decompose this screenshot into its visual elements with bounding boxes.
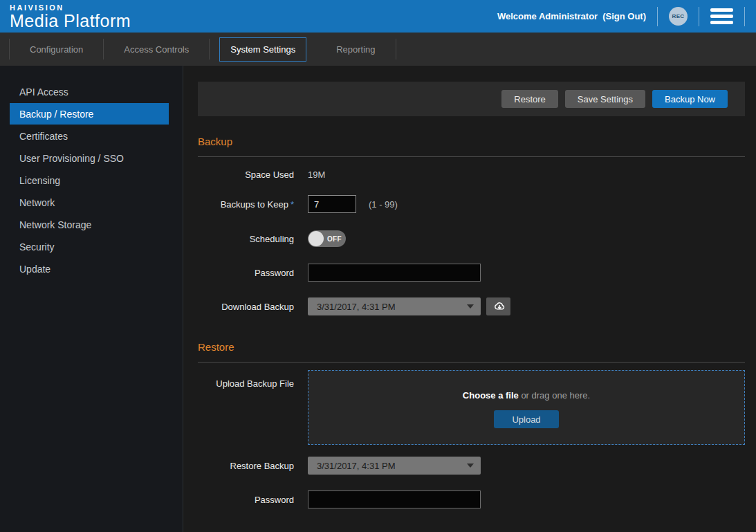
- backups-to-keep-input[interactable]: [308, 195, 356, 213]
- download-backup-label: Download Backup: [198, 302, 308, 312]
- backup-password-row: Password: [198, 264, 745, 282]
- rec-badge[interactable]: REC: [669, 7, 688, 26]
- main-nav: Configuration Access Controls System Set…: [0, 33, 756, 66]
- restore-password-label: Password: [198, 495, 308, 505]
- sidebar-item-licensing[interactable]: Licensing: [10, 169, 169, 191]
- dropzone-text: Choose a file or drag one here.: [463, 390, 590, 401]
- restore-password-row: Password: [198, 490, 745, 508]
- download-backup-button[interactable]: [486, 297, 510, 315]
- backup-password-label: Password: [198, 268, 308, 278]
- scheduling-row: Scheduling OFF: [198, 230, 745, 247]
- restore-password-input[interactable]: [308, 490, 481, 508]
- restore-button[interactable]: Restore: [501, 90, 558, 108]
- space-used-row: Space Used 19M: [198, 169, 745, 180]
- tab-configuration[interactable]: Configuration: [19, 38, 93, 61]
- toggle-knob: [308, 231, 324, 246]
- space-used-value: 19M: [308, 169, 325, 180]
- sidebar-item-update[interactable]: Update: [10, 258, 169, 279]
- backups-to-keep-hint: (1 - 99): [369, 199, 398, 210]
- restore-backup-selected-value: 3/31/2017, 4:31 PM: [317, 461, 467, 471]
- backup-section-title: Backup: [198, 136, 745, 147]
- chevron-down-icon: [467, 304, 474, 309]
- top-header-bar: HAIVISION Media Platform Welcome Adminis…: [0, 0, 756, 33]
- upload-backup-file-label: Upload Backup File: [198, 370, 308, 389]
- restore-backup-row: Restore Backup 3/31/2017, 4:31 PM: [198, 457, 745, 475]
- sidebar-item-security[interactable]: Security: [10, 236, 169, 257]
- download-backup-select[interactable]: 3/31/2017, 4:31 PM: [308, 297, 481, 315]
- sidebar-item-network-storage[interactable]: Network Storage: [10, 214, 169, 235]
- backup-password-input[interactable]: [308, 264, 481, 282]
- save-settings-button[interactable]: Save Settings: [565, 90, 645, 108]
- scheduling-toggle[interactable]: OFF: [308, 230, 346, 247]
- tab-reporting[interactable]: Reporting: [326, 38, 385, 61]
- required-marker: *: [291, 199, 294, 210]
- download-backup-selected-value: 3/31/2017, 4:31 PM: [317, 302, 467, 312]
- tab-system-settings[interactable]: System Settings: [219, 37, 306, 62]
- restore-backup-label: Restore Backup: [198, 461, 308, 471]
- restore-section-title: Restore: [198, 341, 745, 353]
- chevron-down-icon: [467, 464, 474, 468]
- sidebar-item-network[interactable]: Network: [10, 192, 169, 213]
- backups-to-keep-label: Backups to Keep*: [198, 199, 308, 210]
- download-backup-row: Download Backup 3/31/2017, 4:31 PM: [198, 297, 745, 315]
- upload-button[interactable]: Upload: [494, 410, 558, 428]
- sign-out-link[interactable]: (Sign Out): [602, 11, 646, 21]
- restore-backup-select[interactable]: 3/31/2017, 4:31 PM: [308, 457, 481, 475]
- tab-access-controls[interactable]: Access Controls: [113, 38, 199, 61]
- settings-sidebar: API Access Backup / Restore Certificates…: [0, 66, 183, 532]
- backups-to-keep-row: Backups to Keep* (1 - 99): [198, 195, 745, 213]
- choose-a-file-link[interactable]: Choose a file: [463, 390, 519, 401]
- welcome-text: Welcome Administrator: [497, 11, 598, 21]
- section-divider: [198, 362, 745, 363]
- product-name: Media Platform: [10, 12, 131, 30]
- sidebar-item-certificates[interactable]: Certificates: [10, 125, 169, 147]
- space-used-label: Space Used: [198, 169, 308, 180]
- hamburger-menu-icon[interactable]: [710, 7, 733, 26]
- sidebar-item-api-access[interactable]: API Access: [10, 81, 169, 102]
- header-divider: [699, 7, 699, 26]
- brand-logo: HAIVISION Media Platform: [10, 3, 131, 30]
- backup-now-button[interactable]: Backup Now: [652, 90, 728, 108]
- file-dropzone[interactable]: Choose a file or drag one here. Upload: [308, 370, 745, 445]
- section-divider: [198, 156, 745, 157]
- sidebar-item-backup-restore[interactable]: Backup / Restore: [10, 103, 169, 125]
- upload-backup-file-row: Upload Backup File Choose a file or drag…: [198, 370, 745, 445]
- toggle-state-label: OFF: [327, 235, 342, 243]
- cloud-download-icon: [492, 301, 506, 312]
- scheduling-label: Scheduling: [198, 234, 308, 244]
- header-divider: [657, 7, 658, 26]
- header-divider: [744, 7, 745, 26]
- sidebar-item-user-provisioning-sso[interactable]: User Provisioning / SSO: [10, 147, 169, 169]
- action-toolbar: Restore Save Settings Backup Now: [198, 82, 745, 116]
- main-panel: Restore Save Settings Backup Now Backup …: [183, 66, 756, 532]
